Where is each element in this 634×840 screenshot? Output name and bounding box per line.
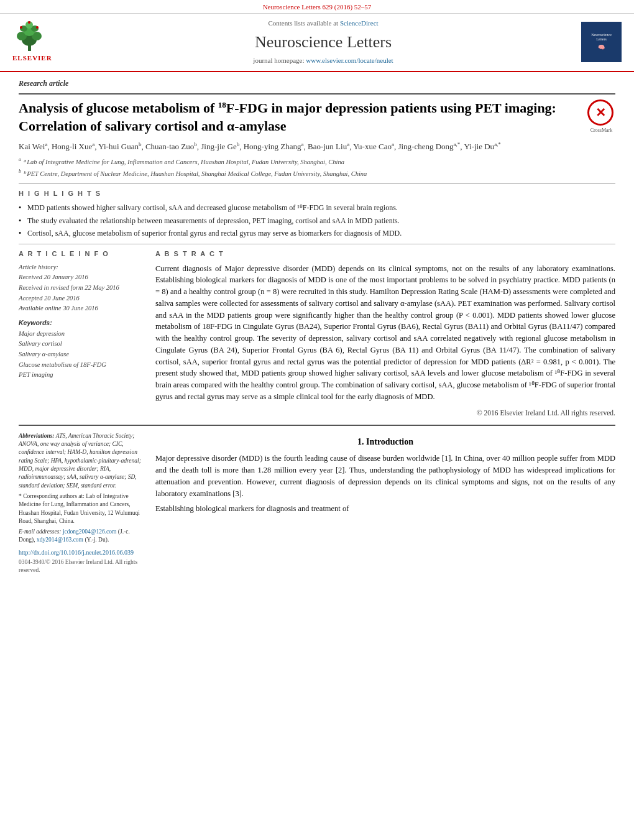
- authors: Kai Weia, Hong-li Xuea, Yi-hui Guanb, Ch…: [19, 141, 615, 153]
- received-date: Received 20 January 2016: [19, 273, 143, 282]
- keyword-2: Salivary cortisol: [19, 339, 143, 349]
- corresponding-note: * Corresponding authors at: Lab of Integ…: [19, 492, 143, 525]
- footer-left: Abbreviations: ATS, American Thoracic So…: [19, 432, 143, 575]
- affiliation-b: b ᵇ PET Centre, Department of Nuclear Me…: [19, 168, 615, 178]
- introduction-text: Major depressive disorder (MDD) is the f…: [155, 453, 615, 515]
- accepted-date: Accepted 20 June 2016: [19, 294, 143, 303]
- received-revised-date: Received in revised form 22 May 2016: [19, 284, 143, 293]
- elsevier-logo: ELSEVIER: [12, 21, 75, 63]
- available-date: Available online 30 June 2016: [19, 304, 143, 313]
- journal-logo: NeuroscienceLetters 🧠: [572, 22, 622, 62]
- affiliations: a ᵃ Lab of Integrative Medicine for Lung…: [19, 156, 615, 178]
- neuroscience-letters-logo: NeuroscienceLetters 🧠: [581, 22, 622, 62]
- keyword-4: Glucose metabolism of 18F-FDG: [19, 361, 143, 370]
- intro-paragraph-2: Establishing biological markers for diag…: [155, 503, 615, 515]
- doi-line: http://dx.doi.org/10.1016/j.neulet.2016.…: [19, 548, 143, 557]
- intro-paragraph-1: Major depressive disorder (MDD) is the f…: [155, 453, 615, 499]
- journal-header: ELSEVIER Contents lists available at Sci…: [0, 14, 634, 72]
- svg-point-10: [28, 21, 30, 24]
- footer-two-col: Abbreviations: ATS, American Thoracic So…: [19, 432, 615, 575]
- article-history: Article history: Received 20 January 201…: [19, 263, 143, 313]
- article-info-col: A R T I C L E I N F O Article history: R…: [19, 249, 143, 418]
- email2-link[interactable]: xdy2014@163.com: [37, 537, 83, 543]
- highlight-item-3: Cortisol, sAA, glucose metabolism of sup…: [19, 228, 615, 239]
- journal-homepage: journal homepage: www.elsevier.com/locat…: [75, 56, 572, 65]
- svg-point-8: [20, 26, 22, 29]
- abstract-paragraph: Current diagnosis of Major depressive di…: [155, 263, 615, 403]
- highlights-section: H I G H L I G H T S MDD patients showed …: [19, 189, 615, 239]
- keyword-3: Salivary α-amylase: [19, 350, 143, 359]
- keywords-section: Keywords: Major depression Salivary cort…: [19, 318, 143, 380]
- keywords-header: Keywords:: [19, 318, 143, 328]
- highlights-list: MDD patients showed higher salivary cort…: [19, 203, 615, 239]
- highlights-header: H I G H L I G H T S: [19, 189, 615, 198]
- affiliation-a: a ᵃ Lab of Integrative Medicine for Lung…: [19, 156, 615, 167]
- svg-point-9: [36, 26, 39, 29]
- top-bar: Neuroscience Letters 629 (2016) 52–57: [0, 0, 634, 14]
- highlight-item-2: The study evaluated the relationship bet…: [19, 216, 615, 226]
- title-section: Analysis of glucose metabolism of 18F-FD…: [19, 99, 615, 135]
- doi-link[interactable]: http://dx.doi.org/10.1016/j.neulet.2016.…: [19, 549, 134, 556]
- article-info-top-divider: [19, 244, 615, 244]
- keyword-1: Major depression: [19, 330, 143, 339]
- abstract-text: Current diagnosis of Major depressive di…: [155, 263, 615, 418]
- abstract-col: A B S T R A C T Current diagnosis of Maj…: [155, 249, 615, 418]
- main-content: Research article Analysis of glucose met…: [0, 72, 634, 581]
- contents-available: Contents lists available at ScienceDirec…: [75, 19, 572, 28]
- abstract-copyright: © 2016 Elsevier Ireland Ltd. All rights …: [155, 408, 615, 418]
- elsevier-brand-text: ELSEVIER: [12, 53, 52, 63]
- article-info-section: A R T I C L E I N F O Article history: R…: [19, 249, 143, 380]
- highlights-top-divider: [19, 183, 615, 184]
- page: Neuroscience Letters 629 (2016) 52–57: [0, 0, 634, 581]
- article-info-abstract: A R T I C L E I N F O Article history: R…: [19, 249, 615, 418]
- journal-homepage-link[interactable]: www.elsevier.com/locate/neulet: [306, 57, 393, 64]
- article-type: Research article: [19, 78, 615, 89]
- highlight-item-1: MDD patients showed higher salivary cort…: [19, 203, 615, 213]
- email-note: E-mail addresses: jcdong2004@126.com (J.…: [19, 528, 143, 545]
- crossmark-circle-icon: ✕: [587, 99, 613, 126]
- history-header: Article history:: [19, 263, 143, 272]
- journal-center: Contents lists available at ScienceDirec…: [75, 19, 572, 65]
- abbreviations-note: Abbreviations: ATS, American Thoracic So…: [19, 432, 143, 490]
- journal-citation: Neuroscience Letters 629 (2016) 52–57: [263, 3, 372, 11]
- abstract-header: A B S T R A C T: [155, 249, 615, 259]
- article-title: Analysis of glucose metabolism of 18F-FD…: [19, 99, 578, 135]
- keyword-5: PET imaging: [19, 371, 143, 380]
- introduction-title: 1. Introduction: [155, 436, 615, 448]
- elsevier-tree-icon: [12, 21, 47, 52]
- sciencedirect-link[interactable]: ScienceDirect: [340, 19, 379, 27]
- footer-area: Abbreviations: ATS, American Thoracic So…: [19, 425, 615, 575]
- footnotes: Abbreviations: ATS, American Thoracic So…: [19, 432, 143, 575]
- title-top-divider: [19, 93, 615, 95]
- introduction-section: 1. Introduction Major depressive disorde…: [155, 436, 615, 515]
- copyright-footer-line: 0304-3940/© 2016 Elsevier Ireland Ltd. A…: [19, 558, 143, 575]
- article-info-header: A R T I C L E I N F O: [19, 249, 143, 259]
- journal-name: Neuroscience Letters: [75, 31, 572, 53]
- crossmark-logo: ✕ CrossMark: [587, 99, 615, 127]
- keywords-list: Major depression Salivary cortisol Saliv…: [19, 330, 143, 380]
- footer-right: 1. Introduction Major depressive disorde…: [155, 432, 615, 575]
- email1-link[interactable]: jcdong2004@126.com: [63, 528, 117, 535]
